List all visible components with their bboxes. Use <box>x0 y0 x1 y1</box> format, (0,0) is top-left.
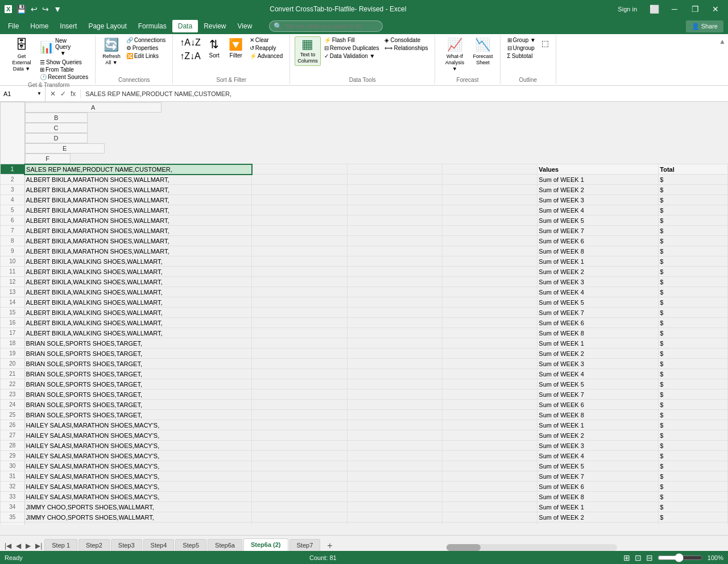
advanced-button[interactable]: ⚡ Advanced <box>247 52 285 60</box>
relationships-button[interactable]: ⟺ Relationships <box>382 44 430 52</box>
cell-d22[interactable] <box>442 379 537 389</box>
cell-a21[interactable]: BRIAN SOLE,SPORTS SHOES,TARGET, <box>24 369 252 379</box>
cell-d36[interactable] <box>442 522 537 525</box>
cell-e10[interactable]: Sum of WEEK 1 <box>537 256 659 267</box>
outline-expand-button[interactable]: ⬚ <box>539 38 551 49</box>
cell-d2[interactable] <box>442 175 537 185</box>
cell-e3[interactable]: Sum of WEEK 2 <box>537 185 659 195</box>
cell-b7[interactable] <box>252 226 347 236</box>
cell-a25[interactable]: BRIAN SOLE,SPORTS SHOES,TARGET, <box>24 410 252 420</box>
cell-b25[interactable] <box>252 410 347 420</box>
cell-e16[interactable]: Sum of WEEK 6 <box>537 318 659 328</box>
cell-c30[interactable] <box>347 461 442 471</box>
cell-c1[interactable] <box>347 164 442 175</box>
cell-f23[interactable]: $ <box>659 389 728 400</box>
cell-c3[interactable] <box>347 185 442 195</box>
cell-a14[interactable]: ALBERT BIKILA,WALKING SHOES,WALLMART, <box>24 297 252 308</box>
col-header-f[interactable]: F <box>25 154 71 164</box>
cell-b20[interactable] <box>252 359 347 369</box>
cell-b11[interactable] <box>252 267 347 277</box>
row-number[interactable]: 36 <box>1 522 25 525</box>
row-number[interactable]: 26 <box>1 420 25 430</box>
row-number[interactable]: 6 <box>1 215 25 226</box>
cell-c32[interactable] <box>347 482 442 492</box>
edit-links-button[interactable]: 🔀 Edit Links <box>124 52 168 60</box>
what-if-analysis-button[interactable]: 📈 What-IfAnalysis ▼ <box>440 36 469 73</box>
add-sheet-button[interactable]: + <box>324 541 336 551</box>
cell-c36[interactable] <box>347 522 442 525</box>
cell-e1[interactable]: Values <box>537 164 659 175</box>
name-box[interactable]: A1 ▼ <box>0 86 46 101</box>
row-number[interactable]: 11 <box>1 267 25 277</box>
cell-c31[interactable] <box>347 471 442 482</box>
cell-f33[interactable]: $ <box>659 492 728 502</box>
cell-b8[interactable] <box>252 236 347 246</box>
cell-f27[interactable]: $ <box>659 430 728 441</box>
cell-e33[interactable]: Sum of WEEK 8 <box>537 492 659 502</box>
cell-c8[interactable] <box>347 236 442 246</box>
cell-b21[interactable] <box>252 369 347 379</box>
row-number[interactable]: 8 <box>1 236 25 246</box>
cell-a11[interactable]: ALBERT BIKILA,WALKING SHOES,WALLMART, <box>24 267 252 277</box>
prev-sheet-button[interactable]: ◀ <box>14 541 23 551</box>
cell-a24[interactable]: BRIAN SOLE,SPORTS SHOES,TARGET, <box>24 400 252 410</box>
row-number[interactable]: 31 <box>1 471 25 482</box>
row-number[interactable]: 29 <box>1 451 25 461</box>
cell-a28[interactable]: HAILEY SALASI,MARATHON SHOES,MACY'S, <box>24 441 252 451</box>
cell-a17[interactable]: ALBERT BIKILA,WALKING SHOES,WALLMART, <box>24 328 252 338</box>
cell-e4[interactable]: Sum of WEEK 3 <box>537 195 659 205</box>
cell-b5[interactable] <box>252 205 347 215</box>
cell-d9[interactable] <box>442 246 537 256</box>
cell-a1[interactable]: SALES REP NAME,PRODUCT NAME,CUSTOMER, <box>24 164 252 175</box>
cell-b9[interactable] <box>252 246 347 256</box>
cell-f15[interactable]: $ <box>659 308 728 318</box>
cell-e24[interactable]: Sum of WEEK 6 <box>537 400 659 410</box>
row-number[interactable]: 13 <box>1 287 25 297</box>
cell-e26[interactable]: Sum of WEEK 1 <box>537 420 659 430</box>
cell-b26[interactable] <box>252 420 347 430</box>
save-button[interactable]: 💾 <box>15 5 27 14</box>
cell-c7[interactable] <box>347 226 442 236</box>
enter-formula-button[interactable]: ✓ <box>59 89 67 98</box>
sort-za-button[interactable]: ↑Z↓A <box>177 50 202 63</box>
cell-f25[interactable]: $ <box>659 410 728 420</box>
cell-a30[interactable]: HAILEY SALASI,MARATHON SHOES,MACY'S, <box>24 461 252 471</box>
normal-view-button[interactable]: ⊞ <box>623 553 630 562</box>
cell-c13[interactable] <box>347 287 442 297</box>
cell-c35[interactable] <box>347 512 442 522</box>
group-button[interactable]: ⊞ Group ▼ <box>505 36 538 44</box>
redo-button[interactable]: ↪ <box>41 5 50 14</box>
cell-e21[interactable]: Sum of WEEK 4 <box>537 369 659 379</box>
remove-duplicates-button[interactable]: ⊟ Remove Duplicates <box>322 44 382 52</box>
show-queries-button[interactable]: ☰ Show Queries <box>38 59 90 66</box>
menu-file[interactable]: File <box>2 20 24 32</box>
subtotal-button[interactable]: Σ Subtotal <box>505 52 538 60</box>
cell-e17[interactable]: Sum of WEEK 8 <box>537 328 659 338</box>
row-number[interactable]: 17 <box>1 328 25 338</box>
cell-c22[interactable] <box>347 379 442 389</box>
row-number[interactable]: 30 <box>1 461 25 471</box>
cell-e11[interactable]: Sum of WEEK 2 <box>537 267 659 277</box>
first-sheet-button[interactable]: |◀ <box>2 541 14 551</box>
cell-a6[interactable]: ALBERT BIKILA,MARATHON SHOES,WALLMART, <box>24 215 252 226</box>
cell-a3[interactable]: ALBERT BIKILA,MARATHON SHOES,WALLMART, <box>24 185 252 195</box>
cell-e34[interactable]: Sum of WEEK 1 <box>537 502 659 512</box>
cell-e23[interactable]: Sum of WEEK 7 <box>537 389 659 400</box>
row-number[interactable]: 16 <box>1 318 25 328</box>
cell-a26[interactable]: HAILEY SALASI,MARATHON SHOES,MACY'S, <box>24 420 252 430</box>
cell-b36[interactable] <box>252 522 347 525</box>
cell-e28[interactable]: Sum of WEEK 3 <box>537 441 659 451</box>
cell-d12[interactable] <box>442 277 537 287</box>
cell-d1[interactable] <box>442 164 537 175</box>
cell-b24[interactable] <box>252 400 347 410</box>
last-sheet-button[interactable]: ▶| <box>33 541 44 551</box>
cell-e25[interactable]: Sum of WEEK 8 <box>537 410 659 420</box>
cell-b1[interactable] <box>252 164 347 175</box>
cell-a10[interactable]: ALBERT BIKILA,WALKING SHOES,WALLMART, <box>24 256 252 267</box>
cell-f8[interactable]: $ <box>659 236 728 246</box>
row-number[interactable]: 12 <box>1 277 25 287</box>
cell-f16[interactable]: $ <box>659 318 728 328</box>
cell-d35[interactable] <box>442 512 537 522</box>
menu-home[interactable]: Home <box>24 20 54 32</box>
cell-f31[interactable]: $ <box>659 471 728 482</box>
